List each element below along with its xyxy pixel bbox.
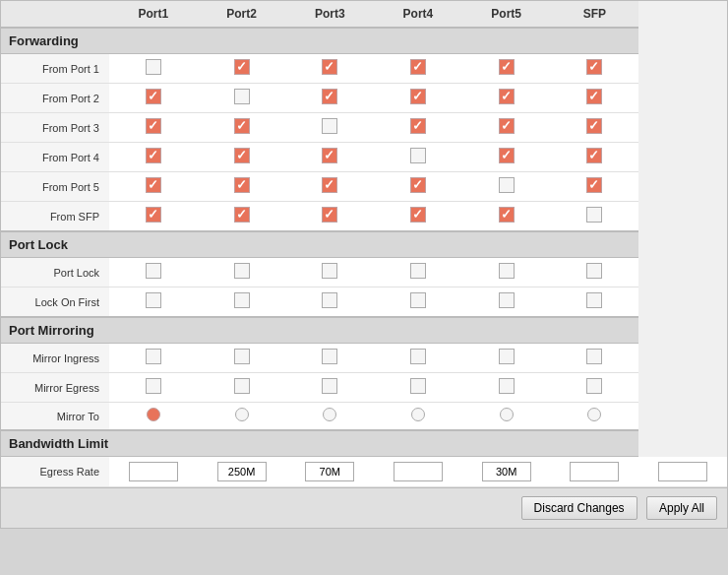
checkbox-unchecked[interactable] <box>322 118 337 134</box>
checkbox-checked[interactable] <box>586 59 602 75</box>
checkbox-checked[interactable] <box>586 118 602 134</box>
checkbox-unchecked[interactable] <box>410 349 426 364</box>
checkbox-unchecked[interactable] <box>499 378 515 394</box>
checkbox-unchecked[interactable] <box>499 292 515 308</box>
table-row: From Port 4 <box>1 143 727 172</box>
checkbox-unchecked[interactable] <box>234 89 250 104</box>
checkbox-checked[interactable] <box>322 59 337 75</box>
checkbox-checked[interactable] <box>499 118 515 134</box>
table-row: Mirror Ingress <box>1 344 727 373</box>
checkbox-unchecked[interactable] <box>322 349 337 364</box>
table-row: Mirror Egress <box>1 373 727 403</box>
egress-rate-input[interactable] <box>129 462 178 481</box>
checkbox-checked[interactable] <box>234 148 250 163</box>
footer: Discard Changes Apply All <box>1 487 727 528</box>
checkbox-checked[interactable] <box>499 207 515 223</box>
col-label <box>1 1 109 28</box>
checkbox-unchecked[interactable] <box>586 349 602 364</box>
radio-selected[interactable] <box>147 408 160 421</box>
table-row: From Port 3 <box>1 113 727 143</box>
table-row: From Port 5 <box>1 172 727 202</box>
egress-rate-row: Egress Rate <box>1 457 727 487</box>
table-row: From Port 1 <box>1 54 727 84</box>
table-row: Mirror To <box>1 403 727 431</box>
checkbox-checked[interactable] <box>410 118 426 134</box>
checkbox-checked[interactable] <box>499 148 515 163</box>
col-port4: Port4 <box>374 1 462 28</box>
radio-unselected[interactable] <box>411 408 425 421</box>
checkbox-checked[interactable] <box>322 207 337 223</box>
checkbox-checked[interactable] <box>499 59 515 75</box>
col-port1: Port1 <box>109 1 198 28</box>
radio-unselected[interactable] <box>587 408 601 421</box>
checkbox-unchecked[interactable] <box>322 378 337 394</box>
section-header: Bandwidth Limit <box>1 430 727 457</box>
checkbox-unchecked[interactable] <box>499 349 515 364</box>
table-row: Port Lock <box>1 258 727 288</box>
egress-rate-input[interactable] <box>305 462 354 481</box>
checkbox-unchecked[interactable] <box>146 349 161 364</box>
checkbox-checked[interactable] <box>146 177 161 193</box>
radio-unselected[interactable] <box>500 408 514 421</box>
discard-changes-button[interactable]: Discard Changes <box>521 496 637 520</box>
egress-rate-input[interactable] <box>570 462 619 481</box>
checkbox-checked[interactable] <box>234 207 250 223</box>
checkbox-unchecked[interactable] <box>586 263 602 279</box>
checkbox-checked[interactable] <box>499 89 515 104</box>
checkbox-unchecked[interactable] <box>234 263 250 279</box>
checkbox-checked[interactable] <box>410 59 426 75</box>
checkbox-checked[interactable] <box>146 207 161 223</box>
checkbox-unchecked[interactable] <box>499 177 515 193</box>
col-port2: Port2 <box>198 1 286 28</box>
egress-rate-input[interactable] <box>394 462 443 481</box>
checkbox-checked[interactable] <box>146 148 161 163</box>
radio-unselected[interactable] <box>323 408 336 421</box>
checkbox-unchecked[interactable] <box>322 263 337 279</box>
checkbox-checked[interactable] <box>234 59 250 75</box>
column-header-row: Port1 Port2 Port3 Port4 Port5 SFP <box>1 1 727 28</box>
table-row: Lock On First <box>1 288 727 318</box>
section-header: Port Mirroring <box>1 317 727 344</box>
checkbox-checked[interactable] <box>410 177 426 193</box>
egress-rate-input[interactable] <box>482 462 531 481</box>
checkbox-unchecked[interactable] <box>586 207 602 223</box>
checkbox-unchecked[interactable] <box>146 59 161 75</box>
checkbox-checked[interactable] <box>586 148 602 163</box>
checkbox-unchecked[interactable] <box>586 292 602 308</box>
checkbox-unchecked[interactable] <box>322 292 337 308</box>
table-row: From Port 2 <box>1 84 727 113</box>
checkbox-unchecked[interactable] <box>234 378 250 394</box>
checkbox-checked[interactable] <box>146 89 161 104</box>
checkbox-checked[interactable] <box>322 148 337 163</box>
checkbox-unchecked[interactable] <box>146 378 161 394</box>
col-port3: Port3 <box>285 1 374 28</box>
checkbox-unchecked[interactable] <box>146 292 161 308</box>
checkbox-unchecked[interactable] <box>410 263 426 279</box>
checkbox-unchecked[interactable] <box>410 378 426 394</box>
checkbox-checked[interactable] <box>146 118 161 134</box>
checkbox-unchecked[interactable] <box>234 349 250 364</box>
checkbox-unchecked[interactable] <box>410 292 426 308</box>
col-sfp: SFP <box>551 1 639 28</box>
checkbox-unchecked[interactable] <box>234 292 250 308</box>
checkbox-unchecked[interactable] <box>499 263 515 279</box>
checkbox-checked[interactable] <box>322 177 337 193</box>
checkbox-checked[interactable] <box>234 118 250 134</box>
checkbox-checked[interactable] <box>586 177 602 193</box>
checkbox-unchecked[interactable] <box>146 263 161 279</box>
checkbox-checked[interactable] <box>586 89 602 104</box>
main-container: Port1 Port2 Port3 Port4 Port5 SFP Forwar… <box>0 0 728 529</box>
checkbox-unchecked[interactable] <box>410 148 426 163</box>
radio-unselected[interactable] <box>235 408 249 421</box>
checkbox-checked[interactable] <box>322 89 337 104</box>
egress-rate-input[interactable] <box>658 462 707 481</box>
checkbox-checked[interactable] <box>410 89 426 104</box>
checkbox-checked[interactable] <box>234 177 250 193</box>
checkbox-checked[interactable] <box>410 207 426 223</box>
section-header: Forwarding <box>1 28 727 54</box>
egress-rate-input[interactable] <box>217 462 267 481</box>
apply-all-button[interactable]: Apply All <box>646 496 717 520</box>
checkbox-unchecked[interactable] <box>586 378 602 394</box>
col-port5: Port5 <box>462 1 551 28</box>
table-row: From SFP <box>1 202 727 232</box>
